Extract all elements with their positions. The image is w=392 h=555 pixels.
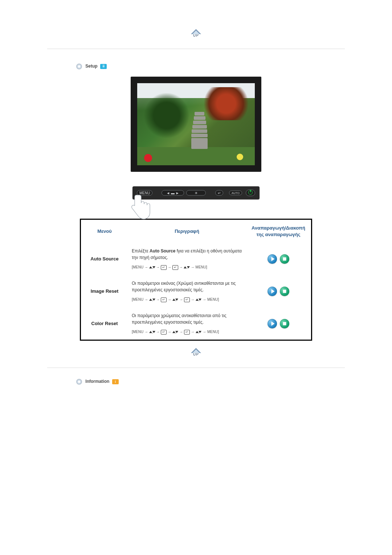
adjust-button[interactable]: ◄ ▬ ► — [162, 190, 184, 196]
brightness-button[interactable]: ☀ — [186, 190, 206, 196]
bullet-icon — [76, 64, 82, 69]
power-icon — [248, 190, 253, 195]
play-button[interactable] — [268, 254, 277, 264]
playback-controls — [246, 307, 312, 340]
menu-description: Επιλέξτε Auto Source fγια να επιλέξει η … — [128, 243, 246, 275]
setup-heading: Setup ⠿ — [76, 64, 345, 69]
hand-pointer-icon — [130, 194, 155, 223]
enter-button[interactable]: ↵ — [215, 190, 223, 196]
table-row: Color Reset Οι παράμετροι χρώματος αντικ… — [81, 307, 312, 340]
setup-title: Setup — [85, 64, 97, 69]
key-sequence: [MENU → , → ↵ → , → ↵ → , → MENU] — [132, 297, 242, 302]
monitor-preview — [47, 77, 345, 172]
information-heading: Information i — [76, 379, 345, 385]
setup-badge-icon: ⠿ — [100, 64, 107, 69]
divider — [47, 49, 345, 49]
stop-button[interactable] — [280, 287, 289, 296]
th-playback: Αναπαραγωγή/Διακοπή της αναπαραγωγής — [246, 219, 312, 243]
key-sequence: [MENU → , → ↵ → ↵ → , → MENU] — [132, 264, 242, 270]
playback-controls — [246, 243, 312, 275]
table-row: Image Reset Οι παράμετροι εικόνας (Χρώμα… — [81, 275, 312, 307]
monitor-button-bar: MENU ◄ ▬ ► ☀ ↵ AUTO — [47, 186, 345, 200]
up-arrow-icon: UP — [191, 348, 201, 356]
th-menu: Μενού — [81, 219, 128, 243]
playback-controls — [246, 275, 312, 307]
power-button[interactable] — [246, 190, 255, 196]
auto-button[interactable]: AUTO — [229, 191, 242, 195]
up-button-top[interactable]: UP — [47, 29, 345, 38]
menu-description: Οι παράμετροι χρώματος αντικαθίστανται α… — [128, 307, 246, 340]
menu-name: Color Reset — [81, 307, 128, 340]
stop-button[interactable] — [280, 319, 289, 328]
up-arrow-icon: UP — [191, 29, 201, 37]
key-sequence: [MENU → , → ↵ → , → ↵ → , → MENU] — [132, 329, 242, 335]
setup-options-table: Μενού Περιγραφή Αναπαραγωγή/Διακοπή της … — [80, 219, 312, 341]
stop-button[interactable] — [280, 254, 289, 264]
table-row: Auto Source Επιλέξτε Auto Source fγια να… — [81, 243, 312, 275]
bullet-icon — [76, 379, 82, 385]
menu-name: Image Reset — [81, 275, 128, 307]
menu-name: Auto Source — [81, 243, 128, 275]
play-button[interactable] — [268, 287, 277, 296]
play-button[interactable] — [268, 319, 277, 328]
information-title: Information — [85, 379, 109, 384]
menu-description: Οι παράμετροι εικόνας (Χρώμα) αντικαθίστ… — [128, 275, 246, 307]
information-badge-icon: i — [112, 379, 119, 384]
divider — [47, 368, 345, 368]
up-button-bottom[interactable]: UP — [47, 348, 345, 357]
